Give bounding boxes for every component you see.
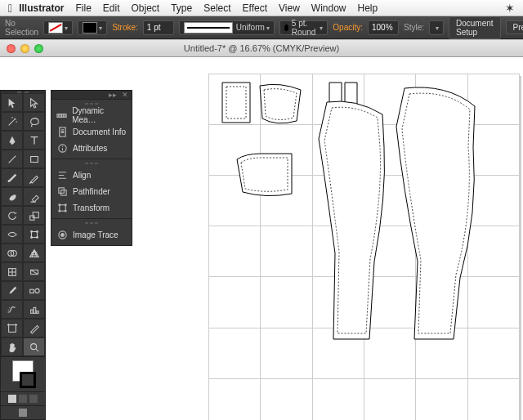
svg-rect-20 xyxy=(59,127,65,136)
svg-rect-14 xyxy=(30,310,33,313)
panel-dock[interactable]: ▸▸✕ Dynamic Mea… Document Info Attribute… xyxy=(51,90,132,246)
menu-object[interactable]: Object xyxy=(132,2,160,14)
document-title: Untitled-7* @ 16.67% (CMYK/Preview) xyxy=(0,43,523,53)
pattern-piece-waistband[interactable] xyxy=(220,80,253,125)
screen-mode-icon[interactable] xyxy=(19,409,27,417)
draw-mode-row xyxy=(1,391,45,405)
graphic-style-select[interactable] xyxy=(429,20,444,35)
draw-behind-icon[interactable] xyxy=(19,395,27,403)
close-icon[interactable]: ✕ xyxy=(122,91,128,99)
type-tool[interactable] xyxy=(23,131,45,150)
stroke-color-swatch[interactable] xyxy=(20,372,36,388)
svg-point-30 xyxy=(60,233,64,236)
symbol-sprayer-tool[interactable] xyxy=(1,300,23,319)
preferences-button[interactable]: Pre xyxy=(506,20,523,34)
menu-window[interactable]: Window xyxy=(311,2,346,14)
shape-builder-tool[interactable] xyxy=(1,244,23,262)
opacity-label: Opacity: xyxy=(333,23,363,32)
scale-tool[interactable] xyxy=(23,206,45,225)
evernote-tray-icon[interactable]: ✶ xyxy=(505,2,515,15)
rotate-tool[interactable] xyxy=(1,206,23,225)
menu-type[interactable]: Type xyxy=(171,2,192,14)
perspective-grid-tool[interactable] xyxy=(23,244,45,262)
pen-tool[interactable] xyxy=(1,131,23,150)
stroke-weight-input[interactable] xyxy=(143,20,174,35)
panel-label: Image Trace xyxy=(73,230,118,239)
direct-selection-tool[interactable] xyxy=(23,93,45,112)
attributes-icon xyxy=(56,142,68,154)
stroke-swatch[interactable] xyxy=(78,20,107,35)
pencil-tool[interactable] xyxy=(23,168,45,187)
menu-edit[interactable]: Edit xyxy=(103,2,120,14)
menu-select[interactable]: Select xyxy=(203,2,230,14)
image-trace-icon xyxy=(56,229,68,240)
transform-icon xyxy=(56,202,68,213)
stroke-profile-select[interactable]: Uniform xyxy=(179,20,275,35)
ruler-icon xyxy=(56,109,67,121)
fill-swatch[interactable] xyxy=(43,20,73,35)
column-graph-tool[interactable] xyxy=(23,300,45,319)
selection-tool[interactable] xyxy=(1,93,23,112)
svg-rect-3 xyxy=(31,231,37,237)
line-segment-tool[interactable] xyxy=(1,150,23,168)
free-transform-tool[interactable] xyxy=(23,225,45,244)
tools-panel[interactable] xyxy=(0,90,46,420)
hand-tool[interactable] xyxy=(1,337,23,356)
pattern-piece-leg-back[interactable] xyxy=(390,82,481,345)
width-tool[interactable] xyxy=(1,225,23,244)
panel-attributes[interactable]: Attributes xyxy=(51,140,132,156)
svg-rect-17 xyxy=(8,324,16,332)
window-zoom-button[interactable] xyxy=(34,44,43,53)
panel-transform[interactable]: Transform xyxy=(51,199,132,216)
window-close-button[interactable] xyxy=(7,44,16,53)
control-bar: No Selection Stroke: Uniform 5 pt. Round… xyxy=(0,16,523,39)
pathfinder-icon xyxy=(56,185,68,197)
lasso-tool[interactable] xyxy=(23,112,45,131)
gradient-tool[interactable] xyxy=(23,262,45,281)
svg-rect-0 xyxy=(30,156,38,162)
app-menu[interactable]: Illustrator xyxy=(19,2,64,14)
screen-mode-row xyxy=(1,405,45,419)
menu-view[interactable]: View xyxy=(279,2,300,14)
slice-tool[interactable] xyxy=(23,319,45,337)
draw-normal-icon[interactable] xyxy=(8,395,16,403)
panel-label: Document Info xyxy=(73,127,126,136)
pattern-piece-pocket[interactable] xyxy=(233,151,298,200)
apple-menu-icon[interactable]:  xyxy=(8,2,12,15)
blob-brush-tool[interactable] xyxy=(1,187,23,206)
selection-status: No Selection xyxy=(5,19,38,37)
panel-collapse-icon[interactable]: ▸▸ xyxy=(109,91,117,99)
pattern-piece-leg-front[interactable] xyxy=(311,98,392,343)
menu-help[interactable]: Help xyxy=(358,2,378,14)
align-icon xyxy=(56,169,68,181)
mesh-tool[interactable] xyxy=(1,262,23,281)
zoom-tool[interactable] xyxy=(23,337,45,356)
eyedropper-tool[interactable] xyxy=(1,281,23,300)
panel-pathfinder[interactable]: Pathfinder xyxy=(51,183,132,199)
blend-tool[interactable] xyxy=(23,281,45,300)
document-setup-button[interactable]: Document Setup xyxy=(449,16,501,39)
magic-wand-tool[interactable] xyxy=(1,112,23,131)
eraser-tool[interactable] xyxy=(23,187,45,206)
panel-document-info[interactable]: Document Info xyxy=(51,123,132,140)
opacity-input[interactable] xyxy=(368,20,399,35)
panel-dynamic-measure[interactable]: Dynamic Mea… xyxy=(51,107,132,123)
rectangle-tool[interactable] xyxy=(23,150,45,168)
tools-grid xyxy=(1,93,45,356)
menu-effect[interactable]: Effect xyxy=(243,2,267,14)
panel-label: Transform xyxy=(73,203,110,212)
panel-align[interactable]: Align xyxy=(51,167,132,183)
svg-rect-24 xyxy=(59,204,65,210)
artboard[interactable] xyxy=(208,74,519,420)
paintbrush-tool[interactable] xyxy=(1,168,23,187)
panel-label: Dynamic Mea… xyxy=(72,106,127,124)
window-minimize-button[interactable] xyxy=(20,44,29,53)
panel-image-trace[interactable]: Image Trace xyxy=(51,226,132,243)
artboard-tool[interactable] xyxy=(1,319,23,337)
menu-file[interactable]: File xyxy=(75,2,91,14)
draw-inside-icon[interactable] xyxy=(29,395,38,403)
brush-select[interactable]: 5 pt. Round xyxy=(279,20,328,35)
pattern-piece-yoke[interactable] xyxy=(256,82,305,127)
svg-point-13 xyxy=(34,288,38,293)
svg-rect-16 xyxy=(36,311,38,313)
